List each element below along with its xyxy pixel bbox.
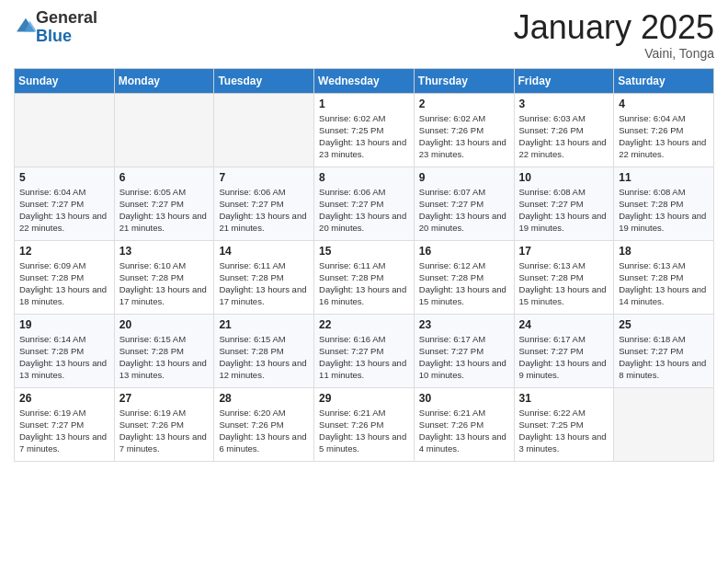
day-number: 8 (319, 171, 409, 184)
calendar-cell: 21Sunrise: 6:15 AMSunset: 7:28 PMDayligh… (214, 314, 314, 387)
day-number: 27 (119, 392, 210, 405)
logo-general-text: General (36, 8, 97, 27)
calendar-week-1: 1Sunrise: 6:02 AMSunset: 7:25 PMDaylight… (15, 93, 714, 167)
calendar-cell: 13Sunrise: 6:10 AMSunset: 7:28 PMDayligh… (114, 240, 214, 314)
calendar-cell: 28Sunrise: 6:20 AMSunset: 7:26 PMDayligh… (214, 387, 314, 461)
day-header-saturday: Saturday (614, 68, 714, 93)
day-info: Sunrise: 6:11 AMSunset: 7:28 PMDaylight:… (319, 259, 409, 308)
calendar-cell: 7Sunrise: 6:06 AMSunset: 7:27 PMDaylight… (214, 167, 314, 240)
calendar-cell: 23Sunrise: 6:17 AMSunset: 7:27 PMDayligh… (414, 314, 514, 387)
day-number: 30 (419, 392, 509, 405)
title-block: January 2025 Vaini, Tonga (514, 9, 714, 61)
calendar-cell: 17Sunrise: 6:13 AMSunset: 7:28 PMDayligh… (514, 240, 614, 314)
day-info: Sunrise: 6:11 AMSunset: 7:28 PMDaylight:… (219, 259, 309, 308)
calendar-cell: 24Sunrise: 6:17 AMSunset: 7:27 PMDayligh… (514, 314, 614, 387)
page-header: General Blue January 2025 Vaini, Tonga (14, 9, 714, 61)
day-number: 15 (319, 245, 409, 258)
calendar-cell: 14Sunrise: 6:11 AMSunset: 7:28 PMDayligh… (214, 240, 314, 314)
day-info: Sunrise: 6:13 AMSunset: 7:28 PMDaylight:… (519, 259, 609, 308)
calendar-cell: 22Sunrise: 6:16 AMSunset: 7:27 PMDayligh… (314, 314, 415, 387)
day-header-thursday: Thursday (414, 68, 514, 93)
day-info: Sunrise: 6:21 AMSunset: 7:26 PMDaylight:… (319, 407, 409, 455)
day-number: 11 (619, 171, 709, 184)
day-number: 25 (619, 318, 709, 331)
day-number: 22 (319, 318, 409, 331)
day-info: Sunrise: 6:17 AMSunset: 7:27 PMDaylight:… (419, 333, 509, 382)
calendar-cell: 18Sunrise: 6:13 AMSunset: 7:28 PMDayligh… (614, 240, 714, 314)
day-number: 2 (419, 98, 509, 110)
calendar-cell: 25Sunrise: 6:18 AMSunset: 7:27 PMDayligh… (614, 314, 714, 387)
day-info: Sunrise: 6:14 AMSunset: 7:28 PMDaylight:… (19, 333, 109, 382)
day-info: Sunrise: 6:08 AMSunset: 7:27 PMDaylight:… (519, 186, 609, 235)
calendar-cell: 27Sunrise: 6:19 AMSunset: 7:26 PMDayligh… (114, 387, 214, 461)
calendar-cell: 4Sunrise: 6:04 AMSunset: 7:26 PMDaylight… (614, 93, 714, 167)
calendar-header-row: SundayMondayTuesdayWednesdayThursdayFrid… (15, 68, 714, 93)
day-info: Sunrise: 6:16 AMSunset: 7:27 PMDaylight:… (319, 333, 409, 382)
day-number: 26 (19, 392, 109, 405)
calendar-cell: 15Sunrise: 6:11 AMSunset: 7:28 PMDayligh… (314, 240, 415, 314)
month-title: January 2025 (514, 9, 714, 46)
day-number: 24 (519, 318, 609, 331)
day-info: Sunrise: 6:08 AMSunset: 7:28 PMDaylight:… (619, 186, 709, 235)
day-number: 19 (19, 318, 109, 331)
day-info: Sunrise: 6:06 AMSunset: 7:27 PMDaylight:… (219, 186, 309, 235)
day-number: 21 (219, 318, 309, 331)
location: Vaini, Tonga (514, 46, 714, 61)
day-info: Sunrise: 6:22 AMSunset: 7:25 PMDaylight:… (519, 407, 609, 455)
day-number: 3 (519, 98, 609, 110)
logo: General Blue (14, 9, 97, 46)
day-info: Sunrise: 6:19 AMSunset: 7:26 PMDaylight:… (119, 407, 210, 455)
day-number: 9 (419, 171, 509, 184)
day-info: Sunrise: 6:05 AMSunset: 7:27 PMDaylight:… (119, 186, 210, 235)
calendar-cell: 26Sunrise: 6:19 AMSunset: 7:27 PMDayligh… (15, 387, 115, 461)
day-info: Sunrise: 6:09 AMSunset: 7:28 PMDaylight:… (19, 259, 109, 308)
calendar-cell: 6Sunrise: 6:05 AMSunset: 7:27 PMDaylight… (114, 167, 214, 240)
day-info: Sunrise: 6:03 AMSunset: 7:26 PMDaylight:… (519, 112, 609, 161)
calendar-week-3: 12Sunrise: 6:09 AMSunset: 7:28 PMDayligh… (15, 240, 714, 314)
day-info: Sunrise: 6:19 AMSunset: 7:27 PMDaylight:… (19, 407, 109, 455)
calendar-week-5: 26Sunrise: 6:19 AMSunset: 7:27 PMDayligh… (15, 387, 714, 461)
day-info: Sunrise: 6:10 AMSunset: 7:28 PMDaylight:… (119, 259, 210, 308)
calendar-cell: 5Sunrise: 6:04 AMSunset: 7:27 PMDaylight… (15, 167, 115, 240)
day-info: Sunrise: 6:02 AMSunset: 7:26 PMDaylight:… (419, 112, 509, 161)
day-info: Sunrise: 6:21 AMSunset: 7:26 PMDaylight:… (419, 407, 509, 455)
calendar-cell: 16Sunrise: 6:12 AMSunset: 7:28 PMDayligh… (414, 240, 514, 314)
calendar-cell: 30Sunrise: 6:21 AMSunset: 7:26 PMDayligh… (414, 387, 514, 461)
calendar-cell: 11Sunrise: 6:08 AMSunset: 7:28 PMDayligh… (614, 167, 714, 240)
calendar-cell (214, 93, 314, 167)
calendar-cell: 9Sunrise: 6:07 AMSunset: 7:27 PMDaylight… (414, 167, 514, 240)
calendar-cell: 31Sunrise: 6:22 AMSunset: 7:25 PMDayligh… (514, 387, 614, 461)
calendar-week-2: 5Sunrise: 6:04 AMSunset: 7:27 PMDaylight… (15, 167, 714, 240)
day-info: Sunrise: 6:12 AMSunset: 7:28 PMDaylight:… (419, 259, 509, 308)
day-info: Sunrise: 6:13 AMSunset: 7:28 PMDaylight:… (619, 259, 709, 308)
day-info: Sunrise: 6:15 AMSunset: 7:28 PMDaylight:… (219, 333, 309, 382)
day-info: Sunrise: 6:20 AMSunset: 7:26 PMDaylight:… (219, 407, 309, 455)
calendar-table: SundayMondayTuesdayWednesdayThursdayFrid… (14, 68, 714, 462)
calendar-cell (614, 387, 714, 461)
day-number: 18 (619, 245, 709, 258)
calendar-cell (15, 93, 115, 167)
calendar-cell: 1Sunrise: 6:02 AMSunset: 7:25 PMDaylight… (314, 93, 415, 167)
calendar-cell: 12Sunrise: 6:09 AMSunset: 7:28 PMDayligh… (15, 240, 115, 314)
day-number: 5 (19, 171, 109, 184)
day-info: Sunrise: 6:04 AMSunset: 7:27 PMDaylight:… (19, 186, 109, 235)
day-number: 10 (519, 171, 609, 184)
day-number: 28 (219, 392, 309, 405)
day-number: 16 (419, 245, 509, 258)
day-info: Sunrise: 6:15 AMSunset: 7:28 PMDaylight:… (119, 333, 210, 382)
calendar-cell: 10Sunrise: 6:08 AMSunset: 7:27 PMDayligh… (514, 167, 614, 240)
day-number: 6 (119, 171, 210, 184)
calendar-cell: 29Sunrise: 6:21 AMSunset: 7:26 PMDayligh… (314, 387, 415, 461)
calendar-cell: 19Sunrise: 6:14 AMSunset: 7:28 PMDayligh… (15, 314, 115, 387)
logo-blue-text: Blue (36, 27, 72, 45)
day-number: 13 (119, 245, 210, 258)
day-number: 14 (219, 245, 309, 258)
day-number: 23 (419, 318, 509, 331)
day-header-monday: Monday (114, 68, 214, 93)
day-header-wednesday: Wednesday (314, 68, 415, 93)
day-number: 4 (619, 98, 709, 110)
calendar-week-4: 19Sunrise: 6:14 AMSunset: 7:28 PMDayligh… (15, 314, 714, 387)
day-number: 7 (219, 171, 309, 184)
day-info: Sunrise: 6:04 AMSunset: 7:26 PMDaylight:… (619, 112, 709, 161)
day-info: Sunrise: 6:07 AMSunset: 7:27 PMDaylight:… (419, 186, 509, 235)
